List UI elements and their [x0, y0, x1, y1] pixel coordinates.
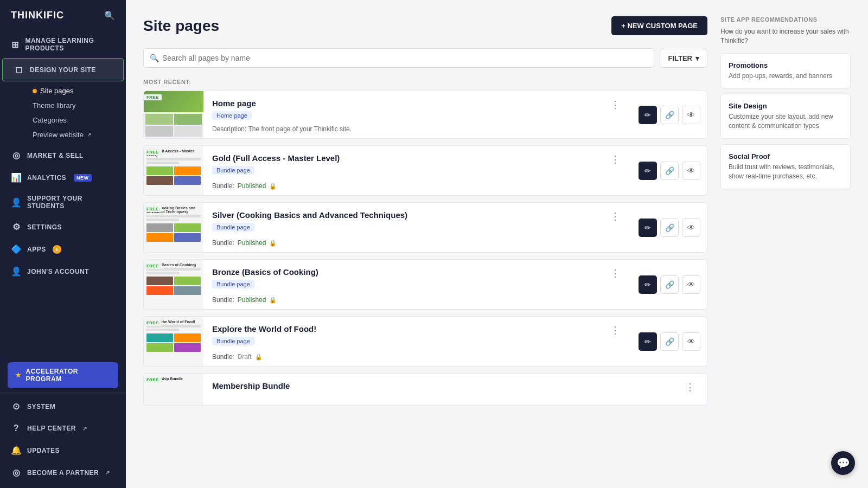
page-card-gold: Gold (Full Access - Master Level) FREE — [143, 145, 707, 196]
link-button[interactable]: 🔗 — [660, 162, 679, 180]
preview-button[interactable]: 👁 — [682, 106, 700, 124]
chat-bubble-button[interactable]: 💬 — [831, 451, 855, 475]
page-header: Site pages + NEW CUSTOM PAGE — [143, 16, 707, 35]
sidebar-item-system[interactable]: ⊙ System — [0, 395, 126, 418]
lock-icon: 🔒 — [255, 354, 263, 361]
link-button[interactable]: 🔗 — [660, 219, 679, 237]
page-options-button[interactable]: ⋮ — [607, 99, 623, 111]
page-card-body-gold: Gold (Full Access - Master Level) Bundle… — [203, 146, 632, 195]
preview-button[interactable]: 👁 — [682, 332, 700, 351]
sidebar-item-help-center[interactable]: ? Help center ↗ — [0, 418, 126, 439]
page-published-status: Published — [238, 239, 266, 247]
sidebar: THINKIFIC 🔍 ⊞ MANAGE LEARNING PRODUCTS ◻… — [0, 0, 126, 488]
sidebar-item-support-students[interactable]: 👤 SUPPORT YOUR STUDENTS — [0, 189, 126, 216]
page-options-button[interactable]: ⋮ — [607, 267, 623, 279]
sidebar-item-become-partner[interactable]: ◎ BECOME A PARTNER ↗ — [0, 461, 126, 484]
page-card-body-membership: Membership Bundle ⋮ — [203, 374, 707, 405]
search-icon[interactable]: 🔍 — [104, 10, 115, 21]
sidebar-item-label: MARKET & SELL — [27, 152, 84, 159]
filter-button[interactable]: FILTER ▾ — [660, 49, 707, 68]
sub-item-label: Theme library — [33, 101, 75, 110]
app-card-desc: Add pop-ups, rewards, and banners — [729, 72, 843, 81]
edit-button[interactable]: ✏ — [639, 162, 657, 180]
page-card-title: Gold (Full Access - Master Level) — [212, 153, 340, 163]
sub-item-label: Preview website — [33, 131, 84, 139]
partner-external-icon: ↗ — [105, 470, 110, 476]
accelerator-program-button[interactable]: ★ ACCELERATOR PROGRAM — [8, 362, 118, 388]
main-area: Site pages + NEW CUSTOM PAGE 🔍 FILTER ▾ … — [126, 0, 868, 488]
preview-button[interactable]: 👁 — [682, 275, 700, 294]
system-icon: ⊙ — [11, 401, 22, 412]
app-card-desc: Customize your site layout, add new cont… — [729, 112, 843, 131]
page-options-button[interactable]: ⋮ — [607, 210, 623, 222]
edit-button[interactable]: ✏ — [639, 275, 657, 294]
page-type-badge: Bundle page — [212, 166, 254, 175]
app-card-title: Promotions — [729, 61, 843, 69]
card-header-row: Bronze (Basics of Cooking) Bundle page ⋮ — [212, 267, 623, 292]
card-header-row: Home page Home page Description: The fro… — [212, 99, 623, 133]
sidebar-item-apps[interactable]: 🔷 APPS 1 — [0, 238, 126, 260]
bundle-label: Bundle: — [212, 182, 234, 190]
star-icon: ★ — [15, 371, 22, 379]
sidebar-item-analytics[interactable]: 📊 ANALYTICS NEW — [0, 166, 126, 189]
card-main-info: Bronze (Basics of Cooking) Bundle page — [212, 267, 318, 292]
app-card-social-proof[interactable]: Social Proof Build trust with reviews, t… — [720, 144, 851, 189]
sidebar-item-manage-learning[interactable]: ⊞ MANAGE LEARNING PRODUCTS — [0, 31, 126, 58]
card-main-info: Explore the World of Food! Bundle page — [212, 324, 316, 349]
active-dot — [33, 89, 37, 93]
edit-button[interactable]: ✏ — [639, 106, 657, 124]
app-card-title: Site Design — [729, 102, 843, 110]
page-card-membership: Membership Bundle FREE Membership Bundle… — [143, 373, 707, 406]
sidebar-item-label: Help center — [27, 425, 76, 432]
page-card-title: Explore the World of Food! — [212, 324, 316, 333]
free-tag: FREE — [144, 206, 162, 212]
link-button[interactable]: 🔗 — [660, 332, 679, 351]
sidebar-item-market-sell[interactable]: ◎ MARKET & SELL — [0, 144, 126, 166]
sidebar-item-design-site[interactable]: ◻ DESIGN YOUR SITE — [2, 58, 124, 81]
sidebar-sub-item-theme-library[interactable]: Theme library — [27, 98, 126, 113]
help-external-icon: ↗ — [82, 426, 87, 432]
sidebar-item-label: ANALYTICS — [27, 174, 66, 182]
edit-button[interactable]: ✏ — [639, 219, 657, 237]
most-recent-label: MOST RECENT: — [143, 79, 707, 85]
link-button[interactable]: 🔗 — [660, 275, 679, 294]
new-custom-page-button[interactable]: + NEW CUSTOM PAGE — [611, 16, 707, 35]
page-options-button[interactable]: ⋮ — [607, 153, 623, 165]
sidebar-sub-item-categories[interactable]: Categories — [27, 113, 126, 127]
manage-learning-icon: ⊞ — [11, 40, 20, 50]
card-main-info: Gold (Full Access - Master Level) Bundle… — [212, 153, 340, 178]
sidebar-sub-item-preview-website[interactable]: Preview website ↗ — [27, 127, 126, 142]
sidebar-item-johns-account[interactable]: 👤 JOHN'S ACCOUNT — [0, 260, 126, 282]
page-options-button[interactable]: ⋮ — [607, 324, 623, 336]
page-card-body-bronze: Bronze (Basics of Cooking) Bundle page ⋮… — [203, 260, 632, 309]
app-card-site-design[interactable]: Site Design Customize your site layout, … — [720, 94, 851, 139]
page-status-row: Bundle: Published 🔒 — [212, 178, 623, 190]
sidebar-item-updates[interactable]: 🔔 Updates — [0, 439, 126, 461]
edit-button[interactable]: ✏ — [639, 332, 657, 351]
page-draft-status: Draft — [238, 353, 252, 361]
sidebar-item-settings[interactable]: ⚙ SETTINGS — [0, 216, 126, 238]
link-button[interactable]: 🔗 — [660, 106, 679, 124]
sidebar-item-label: BECOME A PARTNER — [27, 469, 99, 477]
sidebar-bottom: ★ ACCELERATOR PROGRAM ⊙ System ? Help ce… — [0, 358, 126, 488]
page-card-actions-silver: ✏ 🔗 👁 — [632, 203, 707, 252]
search-input[interactable] — [143, 48, 654, 68]
updates-icon: 🔔 — [11, 445, 22, 455]
free-tag: FREE — [144, 149, 162, 155]
page-options-button[interactable]: ⋮ — [682, 381, 698, 393]
card-main-info: Silver (Cooking Basics and Advanced Tech… — [212, 210, 407, 235]
sidebar-sub-item-site-pages[interactable]: Site pages — [27, 84, 126, 98]
search-icon: 🔍 — [150, 54, 159, 62]
pages-section: Site pages + NEW CUSTOM PAGE 🔍 FILTER ▾ … — [143, 16, 707, 472]
preview-button[interactable]: 👁 — [682, 162, 700, 180]
app-card-promotions[interactable]: Promotions Add pop-ups, rewards, and ban… — [720, 53, 851, 89]
page-card-explore: Explore the World of Food! FREE — [143, 316, 707, 367]
page-published-status: Published — [238, 182, 266, 190]
page-card-home: FREE Home page Home page Description: Th… — [143, 91, 707, 139]
support-icon: 👤 — [11, 197, 22, 208]
page-card-actions-gold: ✏ 🔗 👁 — [632, 146, 707, 195]
preview-button[interactable]: 👁 — [682, 219, 700, 237]
page-title: Site pages — [143, 17, 219, 35]
card-header-row: Silver (Cooking Basics and Advanced Tech… — [212, 210, 623, 235]
analytics-new-badge: NEW — [74, 174, 92, 182]
